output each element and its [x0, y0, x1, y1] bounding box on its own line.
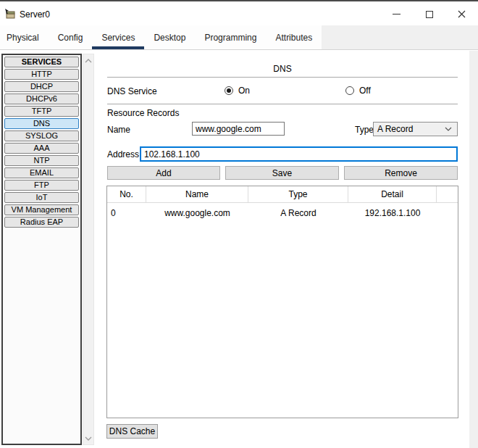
col-header-name: Name [146, 186, 248, 202]
close-icon [458, 10, 466, 18]
col-header-type: Type [248, 186, 348, 202]
tab-strip: Physical Config Services Desktop Program… [0, 25, 322, 49]
sidebar-item-tftp[interactable]: TFTP [4, 106, 79, 117]
window-right-margin [469, 51, 478, 448]
maximize-button[interactable] [413, 3, 445, 25]
sidebar-item-aaa[interactable]: AAA [4, 143, 79, 154]
records-table: No. Name Type Detail 0 www.google.com A … [106, 186, 458, 418]
tab-services[interactable]: Services [92, 25, 144, 49]
chevron-down-icon [85, 436, 92, 441]
tab-physical[interactable]: Physical [0, 25, 49, 49]
sidebar-item-syslog[interactable]: SYSLOG [4, 130, 79, 141]
name-input[interactable] [192, 122, 285, 136]
dns-cache-button[interactable]: DNS Cache [106, 424, 158, 439]
separator [107, 104, 458, 104]
sidebar-scrollbar[interactable] [83, 54, 94, 445]
minimize-button[interactable] [380, 3, 413, 25]
radio-on-label: On [238, 86, 250, 96]
sidebar-item-email[interactable]: EMAIL [4, 167, 79, 178]
cell-type: A Record [248, 205, 348, 220]
scroll-down-button[interactable] [83, 433, 93, 444]
cell-detail: 192.168.1.100 [348, 205, 437, 220]
add-button[interactable]: Add [107, 166, 220, 180]
sidebar-item-http[interactable]: HTTP [4, 69, 79, 80]
col-header-detail: Detail [348, 186, 437, 202]
services-sidebar: SERVICES HTTP DHCP DHCPv6 TFTP DNS SYSLO… [1, 54, 82, 445]
dns-service-label: DNS Service [107, 86, 157, 96]
address-input[interactable] [140, 146, 458, 162]
sidebar-item-ftp[interactable]: FTP [4, 180, 79, 191]
sidebar-item-dhcp[interactable]: DHCP [4, 81, 79, 92]
sidebar-item-ntp[interactable]: NTP [4, 155, 79, 166]
sidebar-header-services: SERVICES [4, 57, 79, 67]
section-title: DNS [107, 64, 458, 74]
tab-attributes[interactable]: Attributes [266, 25, 322, 49]
address-label: Address [107, 149, 139, 159]
dns-service-off-option[interactable]: Off [345, 86, 371, 96]
records-table-header: No. Name Type Detail [107, 186, 458, 203]
server-window: Server0 Physical Config Services Desktop… [0, 0, 478, 448]
col-header-no: No. [107, 186, 146, 202]
dns-service-on-option[interactable]: On [225, 86, 250, 96]
sidebar-item-dhcpv6[interactable]: DHCPv6 [4, 94, 79, 104]
name-label: Name [107, 125, 130, 135]
type-select[interactable]: A Record [373, 122, 458, 136]
window-title: Server0 [20, 9, 50, 20]
scroll-up-button[interactable] [83, 55, 93, 66]
maximize-icon [426, 11, 433, 18]
table-row[interactable]: 0 www.google.com A Record 192.168.1.100 [107, 205, 458, 220]
cell-name: www.google.com [146, 205, 248, 220]
resource-records-label: Resource Records [107, 108, 179, 118]
radio-on-icon[interactable] [225, 86, 233, 95]
sidebar-item-dns[interactable]: DNS [4, 118, 79, 129]
cell-no: 0 [107, 205, 146, 220]
separator [107, 77, 458, 78]
app-icon [4, 9, 15, 20]
chevron-down-icon [445, 127, 452, 131]
sidebar-item-radius-eap[interactable]: Radius EAP [4, 217, 79, 228]
tab-desktop[interactable]: Desktop [144, 25, 195, 49]
sidebar-item-iot[interactable]: IoT [4, 192, 79, 203]
sidebar-item-vm-management[interactable]: VM Management [4, 204, 79, 215]
window-controls [380, 3, 478, 25]
title-bar: Server0 [0, 3, 478, 25]
cell-spacer [437, 205, 458, 220]
radio-off-label: Off [359, 86, 371, 96]
type-select-value: A Record [377, 124, 413, 134]
tab-bar: Physical Config Services Desktop Program… [0, 25, 478, 50]
save-button[interactable]: Save [225, 166, 339, 180]
remove-button[interactable]: Remove [344, 166, 458, 180]
close-button[interactable] [445, 3, 478, 25]
tab-config[interactable]: Config [49, 25, 93, 49]
tab-programming[interactable]: Programming [195, 25, 266, 49]
col-header-spacer [437, 186, 458, 202]
type-label: Type [355, 125, 374, 135]
radio-off-icon[interactable] [345, 86, 354, 95]
minimize-icon [393, 14, 401, 14]
chevron-up-icon [85, 59, 92, 63]
